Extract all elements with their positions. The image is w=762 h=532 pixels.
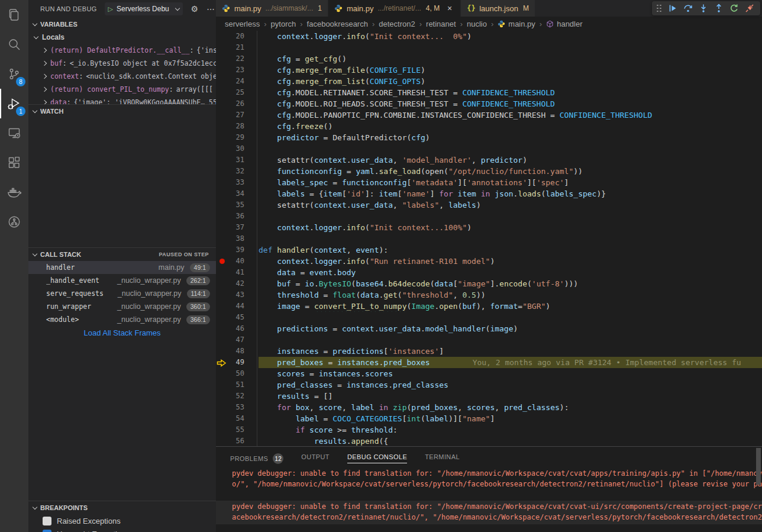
gutter-glyph-margin[interactable] (216, 31, 229, 42)
line-number[interactable]: 35 (229, 199, 244, 211)
code-line[interactable]: 40 context.logger.info("Run retinanet-R1… (216, 256, 762, 267)
gutter-glyph-margin[interactable] (216, 53, 229, 65)
code-line-text[interactable] (259, 334, 762, 346)
code-line-text[interactable]: predictions = context.user_data.model_ha… (259, 323, 762, 334)
gutter-glyph-margin[interactable] (216, 121, 229, 132)
code-line-text[interactable]: labels_spec = functionconfig['metadata']… (259, 177, 762, 188)
gutter-glyph-margin[interactable] (216, 87, 229, 98)
gutter-glyph-margin[interactable] (216, 413, 229, 424)
gutter-glyph-margin[interactable] (216, 424, 229, 436)
code-line[interactable]: 21 (216, 42, 762, 53)
code-line-text[interactable] (259, 211, 762, 222)
gutter-glyph-margin[interactable] (216, 346, 229, 357)
code-line[interactable]: 46 predictions = context.user_data.model… (216, 323, 762, 334)
gutter-glyph-margin[interactable] (216, 368, 229, 379)
gutter-glyph-margin[interactable] (216, 177, 229, 188)
breakpoint-icon[interactable] (219, 259, 225, 264)
code-line[interactable]: 27 cfg.MODEL.PANOPTIC_FPN.COMBINE.INSTAN… (216, 109, 762, 121)
code-line-text[interactable]: cfg.merge_from_file(CONFIG_FILE) (259, 65, 762, 76)
code-line-text[interactable]: cfg.MODEL.RETINANET.SCORE_THRESH_TEST = … (259, 87, 762, 98)
line-number[interactable]: 38 (229, 233, 244, 244)
gutter-glyph-margin[interactable] (216, 256, 229, 267)
gutter-glyph-margin[interactable] (216, 312, 229, 323)
code-line[interactable]: 39def handler(context, event): (216, 244, 762, 256)
checkbox-unchecked[interactable] (43, 517, 51, 525)
code-line-text[interactable] (259, 233, 762, 244)
gutter-glyph-margin[interactable] (216, 267, 229, 278)
line-number[interactable]: 56 (229, 436, 244, 446)
gutter-glyph-margin[interactable] (216, 436, 229, 446)
breadcrumb-item-facebookresearch[interactable]: facebookresearch (307, 20, 368, 28)
code-line-text[interactable]: setattr(context.user_data, "labels", lab… (259, 199, 762, 211)
load-all-stack-frames-link[interactable]: Load All Stack Frames (28, 328, 216, 337)
variable-row[interactable]: (return) convert_PIL_to_numpy:array([[[ … (28, 83, 216, 96)
stack-frame-row[interactable]: serve_requests_nuclio_wrapper.py114:1 (28, 287, 216, 300)
code-line-text[interactable]: image = convert_PIL_to_numpy(Image.open(… (259, 301, 762, 312)
code-line[interactable]: 42 buf = io.BytesIO(base64.b64decode(dat… (216, 278, 762, 289)
code-line-text[interactable]: cfg.merge_from_list(CONFIG_OPTS) (259, 76, 762, 87)
code-line-text[interactable]: cfg = get_cfg() (259, 53, 762, 65)
panel-tab-problems[interactable]: PROBLEMS12 (230, 447, 283, 467)
code-line[interactable]: 44 image = convert_PIL_to_numpy(Image.op… (216, 301, 762, 312)
line-number[interactable]: 42 (229, 278, 244, 289)
gutter-glyph-margin[interactable] (216, 143, 229, 154)
gutter-glyph-margin[interactable] (216, 109, 229, 121)
line-number[interactable]: 47 (229, 334, 244, 346)
code-line[interactable]: 25 cfg.MODEL.RETINANET.SCORE_THRESH_TEST… (216, 87, 762, 98)
activity-item-git-graph[interactable] (0, 207, 28, 237)
gutter-glyph-margin[interactable] (216, 244, 229, 256)
code-line[interactable]: 28 cfg.freeze() (216, 121, 762, 132)
gutter-glyph-margin[interactable] (216, 65, 229, 76)
line-number[interactable]: 43 (229, 289, 244, 301)
breadcrumb-item-nuclio[interactable]: nuclio (467, 20, 487, 28)
line-number[interactable]: 40 (229, 256, 244, 267)
gutter-glyph-margin[interactable] (216, 301, 229, 312)
code-line[interactable]: 31 setattr(context.user_data, 'model_han… (216, 154, 762, 166)
activity-item-run-and-debug[interactable]: 1 (0, 89, 28, 118)
variable-row[interactable]: data:{'image': 'iVBORw0KGgoAAAANSUhE… 55 (28, 96, 216, 104)
code-line-text[interactable]: label = COCO_CATEGORIES[int(label)]["nam… (259, 413, 762, 424)
code-line-text[interactable]: scores = instances.scores (259, 368, 762, 379)
code-line-text[interactable]: functionconfig = yaml.safe_load(open("/o… (259, 166, 762, 177)
panel-tab-terminal[interactable]: TERMINAL (425, 447, 460, 463)
stack-frame-row[interactable]: _handle_event_nuclio_wrapper.py262:1 (28, 274, 216, 287)
line-number[interactable]: 51 (229, 379, 244, 391)
line-number[interactable]: 27 (229, 109, 244, 121)
code-line[interactable]: 33 labels_spec = functionconfig['metadat… (216, 177, 762, 188)
line-number[interactable]: 36 (229, 211, 244, 222)
gutter-glyph-margin[interactable] (216, 233, 229, 244)
breadcrumb-item-handler[interactable]: handler (546, 20, 582, 28)
line-number[interactable]: 54 (229, 413, 244, 424)
variable-row[interactable]: context:<nuclio_sdk.context.Context obje… (28, 70, 216, 83)
gear-icon[interactable]: ⚙ (191, 4, 199, 14)
code-line[interactable]: 38 (216, 233, 762, 244)
line-number[interactable]: 37 (229, 222, 244, 233)
breakpoint-row[interactable]: ✓Uncaught Exceptions (28, 527, 216, 532)
code-line[interactable]: 35 setattr(context.user_data, "labels", … (216, 199, 762, 211)
code-line-text[interactable]: predictor = DefaultPredictor(cfg) (259, 132, 762, 143)
activity-item-docker[interactable] (0, 178, 28, 207)
code-line-text[interactable]: context.logger.info("Run retinanet-R101 … (259, 256, 762, 267)
code-line[interactable]: 50 scores = instances.scores (216, 368, 762, 379)
code-line-text[interactable]: context.logger.info("Init context... 0%"… (259, 31, 762, 42)
gutter-glyph-margin[interactable] (216, 391, 229, 402)
gutter-glyph-margin[interactable] (216, 278, 229, 289)
editor-tab-2[interactable]: main.py.../retinanet/...4, M× (328, 0, 460, 17)
code-line-text[interactable]: instances = predictions['instances'] (259, 346, 762, 357)
code-line-text[interactable]: def handler(context, event): (259, 244, 762, 256)
code-line[interactable]: 47 (216, 334, 762, 346)
code-line-text[interactable]: buf = io.BytesIO(base64.b64decode(data["… (259, 278, 762, 289)
code-line-text[interactable] (259, 312, 762, 323)
call-stack-section-header[interactable]: CALL STACK PAUSED ON STEP (28, 248, 216, 261)
continue-button[interactable] (665, 1, 680, 15)
code-line-text[interactable] (259, 143, 762, 154)
line-number[interactable]: 22 (229, 53, 244, 65)
line-number[interactable]: 44 (229, 301, 244, 312)
panel-scrollbar[interactable] (756, 448, 761, 485)
step-into-button[interactable] (696, 1, 711, 15)
gutter-glyph-margin[interactable] (216, 323, 229, 334)
step-out-button[interactable] (711, 1, 727, 15)
code-line[interactable]: 56 results.append({ (216, 436, 762, 446)
close-icon[interactable]: × (445, 4, 454, 13)
code-line[interactable]: 43 threshold = float(data.get("threshold… (216, 289, 762, 301)
